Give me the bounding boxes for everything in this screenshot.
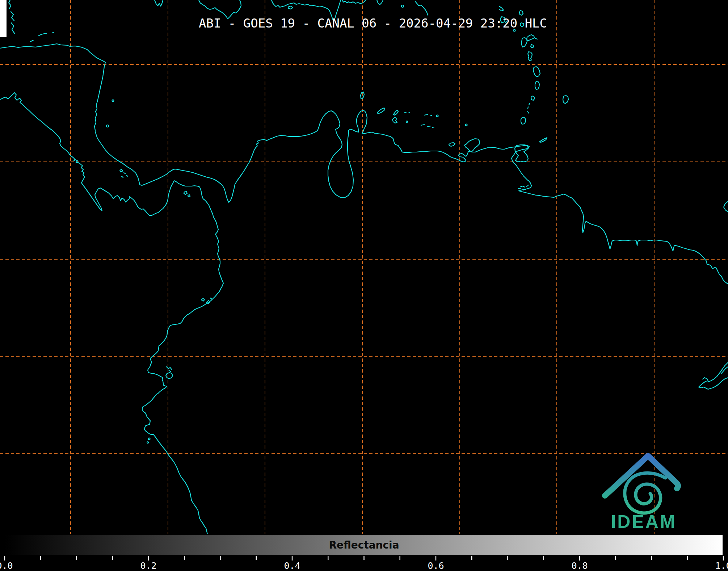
- logo-spiral-icon: [625, 473, 665, 513]
- coastline-islet-dot: [148, 438, 150, 440]
- coastline-fragment-right-edge: [724, 201, 728, 212]
- colorbar-ticks: 0.00.20.40.60.81.0: [0, 556, 728, 571]
- colorbar-tick-label: 1.0: [715, 560, 728, 571]
- coastline-trinidad: [515, 145, 528, 162]
- colorbar-tick-label: 0.6: [428, 560, 444, 571]
- coastline-grenada: [521, 117, 526, 124]
- coastline-bay-islands: [30, 32, 54, 42]
- coastline-st-lucia: [533, 67, 540, 77]
- coastline-barbados: [563, 96, 568, 104]
- coastline-los-testigos: [421, 125, 434, 127]
- coastline-las-aves: [405, 112, 410, 113]
- coastline-st-vincent: [535, 81, 539, 89]
- coastline-puerto-rico: [377, 0, 383, 5]
- coastline-providencia: [112, 100, 114, 102]
- coastline-islet-dot: [147, 442, 148, 443]
- coastline-bonaire: [394, 110, 398, 115]
- colorbar-label: Reflectancia: [329, 539, 399, 551]
- coastline-islet-dot: [401, 5, 404, 7]
- map-canvas: [0, 0, 728, 534]
- colorbar: Reflectancia: [5, 534, 723, 556]
- coastline-island-top: [155, 0, 163, 6]
- coastline-islet-dot: [466, 124, 467, 126]
- coastline-dominica: [522, 38, 527, 47]
- coastline-margarita: [464, 139, 480, 152]
- ideam-logo: [605, 456, 678, 513]
- coastline-caribbean-mainland: [0, 44, 728, 284]
- logo-wordmark: IDEAM: [611, 511, 676, 532]
- colorbar-tick-label: 0.4: [284, 560, 300, 571]
- coastline-amazon-estuary: [699, 362, 728, 389]
- coastline-pacific-mainland: [0, 93, 223, 534]
- satellite-image-frame: ABI - GOES 19 - CANAL 06 - 2026-04-29 23…: [0, 0, 728, 571]
- coastline-la-tortuga: [449, 143, 455, 146]
- coastline-grenadines: [527, 96, 535, 113]
- coastline-la-blanquilla: [392, 117, 397, 123]
- image-title: ABI - GOES 19 - CANAL 06 - 2026-04-29 23…: [199, 16, 547, 30]
- coastline-virgin-islands: [415, 1, 428, 15]
- coastline-los-roques: [424, 114, 432, 116]
- colorbar-tick-label: 0.8: [571, 560, 588, 571]
- scan-edge-artifact: [0, 0, 7, 37]
- coastline-pearl-islands: [184, 192, 190, 197]
- coastline-curacao: [377, 108, 385, 114]
- coastline-san-andres: [106, 125, 109, 127]
- coastline-tobago: [539, 138, 547, 142]
- colorbar-tick-label: 0.0: [0, 560, 13, 571]
- coastline-puna-island: [166, 367, 173, 379]
- coastline-fragment-topleft: [9, 0, 14, 33]
- colorbar-tick-label: 0.2: [140, 560, 156, 571]
- coastline-islet-dot: [406, 121, 408, 122]
- coastline-martinique: [528, 52, 532, 60]
- logo-mountain-icon: [605, 456, 678, 496]
- coastline-la-orchila: [437, 115, 438, 117]
- coastline-bocas-islets: [120, 169, 128, 177]
- coastline-marie-galante: [527, 35, 537, 48]
- graticule-grid: [0, 0, 728, 534]
